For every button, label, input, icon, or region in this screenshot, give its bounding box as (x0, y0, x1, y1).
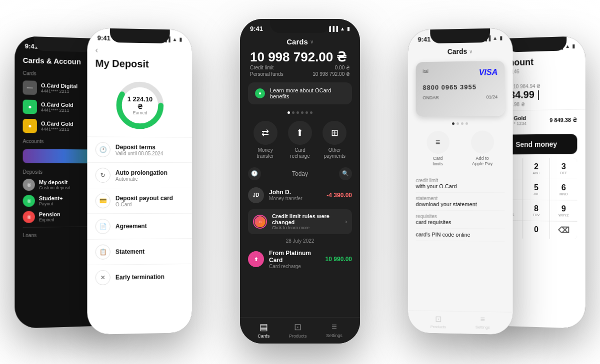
phone2-notch (110, 28, 170, 43)
dot-1 (288, 111, 290, 114)
agreement-icon: 📄 (96, 219, 110, 234)
chevron-down-icon: ∨ (310, 39, 314, 44)
phone4-time: 9:41 (418, 35, 431, 43)
phone3-bottom-nav: ▤ Cards ⊡ Products ≡ Settings (240, 317, 360, 344)
products-nav-icon: ⊡ (435, 314, 442, 324)
battery-icon: ▮ (572, 43, 575, 49)
p4-dot-2 (456, 122, 459, 125)
phone4-header-title: Cards (448, 47, 468, 56)
early-termination-name: Early termination (116, 273, 184, 281)
settings-nav-icon: ≡ (480, 315, 485, 324)
phone2-auto-prolongation[interactable]: ↻ Auto prolongation Automatic (87, 162, 192, 188)
phone3-alert[interactable]: ○ Credit limit rules were changed Click … (248, 209, 352, 234)
phone2-statement[interactable]: 📋 Statement (87, 238, 192, 265)
numpad-0[interactable]: 0 (523, 221, 550, 239)
card-limits-button[interactable]: ≡ Cardlimits (426, 131, 450, 167)
nav-settings[interactable]: ≡ Settings (326, 322, 342, 339)
banner-text: Learn more about OCard benefits (270, 87, 345, 99)
phone4-card-visual: ital VISA 8800 0965 3955 ONDAR 01/24 (416, 61, 505, 117)
wifi-icon: ▲ (172, 36, 178, 42)
phone2-deposit-terms[interactable]: 🕐 Deposit terms Valid until 08.05.2024 (87, 136, 192, 162)
other-payments-label: Otherpayments (324, 147, 346, 159)
numpad-5[interactable]: 5JKL (523, 179, 550, 200)
phone3-status-icons: ▐▐▐ ▲ ▮ (328, 26, 350, 31)
numpad-8[interactable]: 8TUV (523, 200, 550, 221)
phone3-dots (240, 108, 360, 117)
phone3-actions: ⇄ Moneytransfer ⬆ Cardrecharge ⊞ Otherpa… (240, 117, 360, 165)
products-nav-icon: ⊡ (294, 322, 302, 333)
alert-sub: Click to learn more (272, 225, 340, 230)
p4-dot-4 (466, 122, 468, 125)
platinum-avatar: ⬆ (248, 251, 264, 267)
alert-title: Credit limit rules were changed (272, 213, 340, 225)
battery-icon: ▮ (500, 35, 502, 40)
agreement-name: Agreement (116, 223, 184, 230)
card-recharge-icon: ⬆ (288, 121, 312, 145)
phone3-tx-date: Today (261, 170, 339, 177)
payout-card-sub: O.Card (116, 201, 184, 207)
tx1-name: John D. (269, 189, 322, 196)
alert-icon: ○ (253, 215, 267, 229)
card-gold1-icon: ● (23, 100, 37, 114)
deposit-terms-name: Deposit terms (116, 143, 184, 151)
credit-limit-label: credit limit (416, 178, 505, 183)
phone4-actions: ≡ Cardlimits Add toApple Pay (408, 126, 513, 170)
info-statement: statement download your statement (416, 192, 505, 210)
nav-products[interactable]: ⊡ Products (289, 322, 307, 339)
other-payments-button[interactable]: ⊞ Otherpayments (322, 121, 346, 159)
donut-sub: Earned (126, 110, 154, 115)
phone1-notch (34, 36, 94, 52)
phones-container: 9:41 ▐▐▐ ▲ ▮ Cards & Accoun Cards — O.Ca… (0, 0, 600, 364)
products-nav-label: Products (289, 334, 307, 339)
card-holder-name: ONDAR (422, 95, 438, 100)
numpad-6[interactable]: 6MNO (550, 179, 577, 200)
chevron-right-icon: › (345, 218, 347, 225)
payout-card-name: Deposit payout card (116, 194, 184, 201)
numpad-2[interactable]: 2ABC (523, 158, 550, 179)
wifi-icon: ▲ (565, 43, 570, 49)
card-digital-icon: — (23, 80, 37, 95)
wifi-icon: ▲ (340, 26, 345, 31)
phone-4: 9:41 ▐▐▐ ▲ ▮ Cards ∨ ital VISA 8800 0965… (408, 28, 513, 335)
phone2-agreement[interactable]: 📄 Agreement (87, 213, 192, 239)
phone2-early-termination[interactable]: ✕ Early termination (87, 264, 192, 291)
p4-nav-settings[interactable]: ≡ Settings (476, 315, 490, 331)
p4-nav-products[interactable]: ⊡ Products (430, 314, 446, 329)
numpad-3[interactable]: 3DEF (550, 158, 577, 179)
phone2-payout-card[interactable]: 💳 Deposit payout card O.Card (87, 188, 192, 214)
donut-amount: 1 224.10 ₴ (126, 95, 154, 111)
settings-nav-icon: ≡ (332, 322, 337, 332)
numpad-delete[interactable]: ⌫ (550, 221, 577, 239)
nav-cards[interactable]: ▤ Cards (258, 322, 270, 339)
donut-label: 1 224.10 ₴ Earned (126, 95, 154, 116)
deposit-my-icon: ⑧ (23, 179, 35, 191)
dot-4 (301, 111, 304, 114)
numpad-9[interactable]: 9WXYZ (550, 200, 577, 221)
phone3-balance-area: 10 998 792.00 ₴ Credit limit 0.00 ₴ Pers… (240, 47, 360, 78)
money-transfer-label: Moneytransfer (257, 147, 274, 159)
card-recharge-button[interactable]: ⬆ Cardrecharge (288, 121, 312, 159)
history-icon[interactable]: 🕐 (248, 167, 261, 180)
add-apple-pay-button[interactable]: Add toApple Pay (471, 131, 494, 167)
phone3-notch (270, 19, 330, 33)
wifi-icon: ▲ (492, 35, 498, 41)
credit-limit-label: Credit limit (250, 65, 274, 70)
statement-label: statement (416, 195, 505, 201)
johnd-avatar: JD (248, 187, 264, 203)
battery-icon: ▮ (347, 26, 350, 31)
phone3-header[interactable]: Cards ∨ (240, 34, 360, 47)
select-card-name: Gold (514, 115, 546, 121)
pin-text: card's PIN code online (416, 231, 505, 238)
card-limits-icon: ≡ (426, 131, 450, 154)
products-nav-label: Products (430, 325, 446, 330)
phone4-header[interactable]: Cards ∨ (408, 43, 513, 58)
money-transfer-button[interactable]: ⇄ Moneytransfer (254, 121, 278, 159)
personal-funds-label: Personal funds (250, 71, 284, 77)
phone2-back-button[interactable]: ‹ (87, 43, 192, 58)
search-icon[interactable]: 🔍 (339, 167, 352, 180)
money-transfer-icon: ⇄ (254, 121, 278, 145)
info-pin: card's PIN code online (416, 228, 505, 241)
phone3-banner[interactable]: ● Learn more about OCard benefits (248, 82, 352, 104)
requisites-text: card requisites (416, 219, 505, 225)
battery-icon: ▮ (179, 36, 182, 42)
